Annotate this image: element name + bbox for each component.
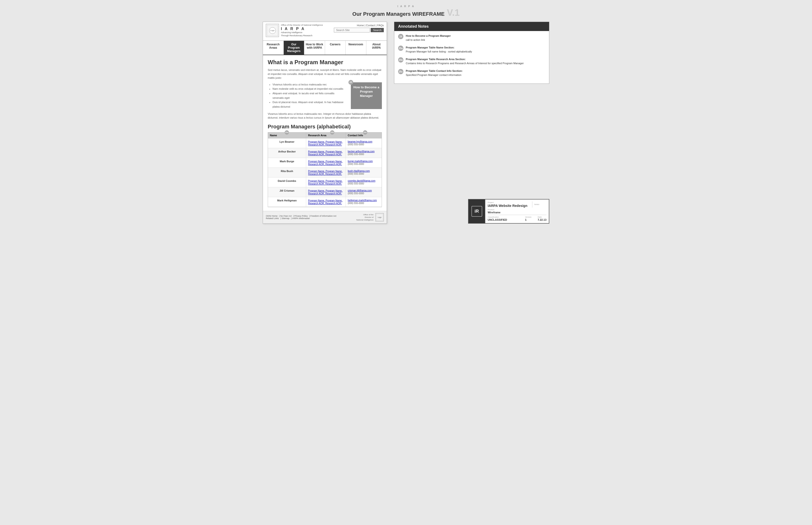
product-value: Wireframe (488, 211, 547, 214)
pm-name: Mark Heiligman (268, 197, 306, 207)
product-label: Product (488, 209, 547, 211)
footer-logo-area: Office of the Director of National Intel… (356, 213, 384, 222)
bullet-list: Vivamus lobortis arcu ut lectus malesuad… (268, 82, 346, 109)
table-row: Mark Burge Program Name, Program Name, R… (268, 158, 382, 168)
note-badge-25a: 25a (398, 46, 403, 51)
note-badge-24: 24 (398, 34, 403, 39)
footer-link-related[interactable]: Related Links (266, 217, 279, 220)
logo-label: Logo (270, 29, 275, 31)
search-input[interactable] (334, 28, 370, 32)
search-button[interactable]: Search (371, 28, 384, 32)
org-name: Office of the Director of National Intel… (281, 24, 323, 26)
pm-research: Program Name, Program Name, Research AOR… (306, 158, 346, 167)
outro-text: Vivamus lobortis arcu ut lectus malesuad… (268, 112, 382, 120)
table-header: 25a 25b 25c Name Research Area Contact I… (268, 132, 382, 138)
note-text-25c: Program Manager Table Contact Info Secti… (406, 69, 463, 77)
page-title: Our Program Managers WIREFRAME (352, 11, 445, 17)
nav-careers[interactable]: Careers (325, 41, 346, 55)
bullet-item: Duis id placerat risus. Aliquam erat vol… (273, 100, 346, 109)
pm-research: Program Name, Program Name, Research AOR… (306, 197, 346, 207)
pm-research: Program Name, Program Name, Research AOR… (306, 148, 346, 158)
notes-header: Annotated Notes (394, 22, 549, 31)
nav-about-iarpa[interactable]: About IARPA (366, 41, 387, 55)
nav-our-program-managers[interactable]: Our ProgramManagers (284, 41, 304, 55)
pm-contact: bush.rita@iarpa.com (000) 555-0000 (346, 168, 382, 177)
logo-box: Logo (266, 24, 279, 37)
pm-name: Mark Burge (268, 158, 306, 167)
note-item-25a: 25a Program Manager Table Name Section: … (398, 46, 545, 54)
table-row: Mark Heiligman Program Name, Program Nam… (268, 197, 382, 207)
footer-link-foia[interactable]: Freedom of Information Act (310, 215, 336, 217)
pm-heading: Program Managers (alphabetical) (268, 124, 382, 130)
pm-contact: crisman.jill@iarpa.com (000) 555-0000 (346, 188, 382, 197)
project-label: Project (488, 201, 530, 204)
site-subtitle: Advancing Intelligence Through Revolutio… (281, 31, 323, 37)
bullet-item: Aliquam erat volutpat. In iaculis erat v… (273, 91, 346, 100)
footer-info-box: iR Project IARPA Website Redesign Notes … (468, 199, 549, 224)
nav-how-to-work[interactable]: How to Workwith IARPA (304, 41, 325, 55)
note-badge-25b: 25b (398, 57, 403, 62)
nav-research-areas[interactable]: ResearchAreas (263, 41, 284, 55)
pm-name: Arthur Becker (268, 148, 306, 158)
pm-research: Program Name, Program Name, Research AOR… (306, 138, 346, 148)
footer-link-odni[interactable]: ODNI Home (266, 215, 277, 217)
bullet-item: Vivamus lobortis arcu ut lectus malesuad… (273, 82, 346, 87)
col-research-header: Research Area (306, 132, 346, 138)
pm-name: Jill Crisman (268, 188, 306, 197)
badge-25a: 25a (285, 130, 289, 135)
pm-contact: beamer.lyn@iarpa.com (000) 555-0000 (346, 138, 382, 148)
nav-newsroom[interactable]: Newsroom (346, 41, 366, 55)
classification-label: Classification (488, 216, 523, 218)
version-label: V.1 (447, 7, 460, 18)
pm-name: Lyn Beamer (268, 138, 306, 148)
note-item-25c: 25c Program Manager Table Contact Info S… (398, 69, 545, 77)
pm-table: 25a 25b 25c Name Research Area Contact I… (268, 132, 382, 207)
footer-logo-large: iR (468, 199, 485, 223)
top-nav: Home | Contact | FAQs (334, 24, 384, 27)
pm-research: Program Name, Program Name, Research AOR… (306, 178, 346, 187)
badge-25b: 25b (330, 130, 334, 135)
pm-research: Program Name, Program Name, Research AOR… (306, 188, 346, 197)
version-value: 1 (525, 218, 532, 221)
table-row: Lyn Beamer Program Name, Program Name, R… (268, 138, 382, 148)
footer-logo-box: Logo (375, 213, 384, 222)
table-row: David Coombs Program Name, Program Name,… (268, 178, 382, 188)
table-row: Arthur Becker Program Name, Program Name… (268, 148, 382, 158)
note-text-24: How to Become a Program Manager call to … (406, 34, 451, 42)
note-text-25b: Program Manager Table Research Area Sect… (406, 57, 524, 65)
project-value: IARPA Website Redesign (488, 204, 530, 208)
iarpa-small-label: I A R P A (5, 5, 807, 7)
note-text-25a: Program Manager Table Name Section: Prog… (406, 46, 472, 54)
footer-link-sitemap[interactable]: Sitemap (281, 217, 289, 220)
cta-text: How to Become a Program Manager (353, 86, 379, 97)
table-row: Rita Bush Program Name, Program Name, Re… (268, 168, 382, 178)
version-label-fi: Version (525, 216, 532, 218)
date-value: 7.22.13 (538, 218, 547, 221)
pm-name: David Coombs (268, 178, 306, 187)
pm-research: Program Name, Program Name, Research AOR… (306, 168, 346, 177)
intro-text: Sed metus lacus, venenatis sed interdum … (268, 68, 382, 80)
logo-circle: Logo (269, 27, 276, 34)
footer-link-privacy[interactable]: Privacy Policy (294, 215, 308, 217)
pm-contact: heiligman.mark@iarpa.com (000) 555-0000 (346, 197, 382, 207)
cta-box[interactable]: 24 How to Become a Program Manager (351, 82, 382, 109)
table-row: Jill Crisman Program Name, Program Name,… (268, 188, 382, 197)
footer-logo-inner: iR (472, 206, 482, 217)
pm-contact: coombs.david@iarpa.com (000) 555-0000 (346, 178, 382, 187)
cta-badge: 24 (348, 80, 353, 85)
note-item-25b: 25b Program Manager Table Research Area … (398, 57, 545, 65)
note-badge-25c: 25c (398, 69, 403, 74)
annotated-notes-panel: Annotated Notes 24 How to Become a Progr… (394, 22, 549, 84)
footer-link-nofear[interactable]: No Fear Act (280, 215, 292, 217)
date-label: Date (538, 216, 547, 218)
site-footer: ODNI Home | No Fear Act | Privacy Policy… (263, 211, 387, 223)
notes-col-label: Notes (534, 203, 545, 206)
main-nav: ResearchAreas Our ProgramManagers How to… (263, 41, 387, 55)
pm-contact: becker.arthur@iarpa.com (000) 555-0000 (346, 148, 382, 158)
footer-links: ODNI Home | No Fear Act | Privacy Policy… (266, 215, 337, 217)
what-is-pm-heading: What is a Program Manager (268, 59, 382, 65)
badge-25c: 25c (363, 130, 367, 135)
footer-links-2: Related Links | Sitemap | IARPA Webmaste… (266, 217, 337, 220)
footer-link-webmaster[interactable]: IARPA Webmaster (292, 217, 310, 220)
pm-contact: burge.mark@iarpa.com (000) 555-0000 (346, 158, 382, 167)
